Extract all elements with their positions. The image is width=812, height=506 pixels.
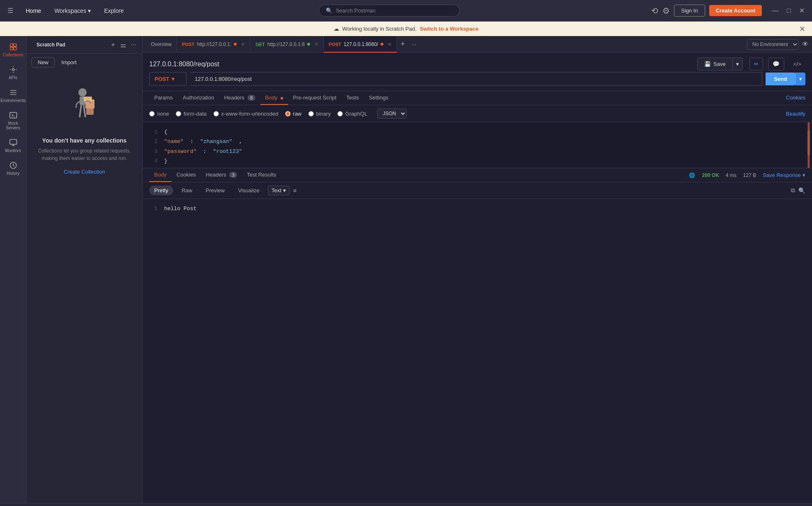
explore-nav[interactable]: Explore: [101, 6, 127, 16]
response-area: Body Cookies Headers 3 Test Results 🌐 20…: [143, 168, 812, 218]
tab2-dot: [307, 43, 310, 46]
maximize-button[interactable]: □: [784, 6, 793, 15]
sidebar-item-monitors[interactable]: Monitors: [2, 135, 25, 156]
globe-icon: 🌐: [689, 172, 695, 178]
add-collection-button[interactable]: +: [110, 40, 116, 49]
params-tab[interactable]: Params: [149, 91, 178, 105]
new-button[interactable]: New: [32, 57, 55, 68]
response-headers-tab[interactable]: Headers 3: [201, 168, 242, 182]
create-collection-link[interactable]: Create Collection: [64, 169, 105, 175]
search-bar[interactable]: 🔍 Search Postman: [319, 5, 460, 17]
environment-select[interactable]: No Environment: [747, 39, 799, 50]
sidebar-item-history[interactable]: History: [2, 158, 25, 179]
hamburger-button[interactable]: ☰: [5, 5, 16, 16]
save-response-button[interactable]: Save Response ▾: [763, 172, 805, 178]
wrap-button[interactable]: ≡: [293, 187, 296, 194]
notification-banner: ☁ Working locally in Scratch Pad. Switch…: [0, 22, 812, 36]
urlencoded-option[interactable]: x-www-form-urlencoded: [213, 111, 279, 117]
response-headers-count: 3: [229, 172, 237, 178]
filter-button[interactable]: ⚌: [119, 40, 127, 50]
raw-option[interactable]: raw: [285, 111, 302, 117]
cookies-link[interactable]: Cookies: [786, 91, 805, 105]
tab1-close[interactable]: ✕: [241, 41, 245, 47]
workspaces-nav[interactable]: Workspaces ▾: [51, 6, 94, 16]
url-input[interactable]: [190, 72, 762, 86]
code-line-3: 3 "password" : "root123": [149, 147, 805, 156]
collections-panel: Scratch Pad + ⚌ ··· New Import: [27, 36, 143, 503]
settings-tab[interactable]: Settings: [364, 91, 393, 105]
tab-post-1[interactable]: POST http://127.0.0.1: ✕: [177, 36, 250, 53]
save-dropdown-button[interactable]: ▾: [733, 58, 743, 70]
home-nav[interactable]: Home: [22, 6, 44, 16]
panel-more-button[interactable]: ···: [130, 40, 137, 49]
sign-in-button[interactable]: Sign In: [674, 5, 705, 17]
banner-close-button[interactable]: ✕: [799, 24, 805, 34]
save-button[interactable]: 💾 Save: [697, 58, 733, 70]
response-body-tab[interactable]: Body: [149, 168, 172, 182]
status-time: 4 ms: [726, 172, 737, 178]
bottom-bar: 🔍 Find and Replace ▶ Console Runner 上海·远…: [0, 503, 812, 506]
beautify-button[interactable]: Beautify: [786, 111, 805, 117]
tests-tab[interactable]: Tests: [342, 91, 364, 105]
create-account-button[interactable]: Create Account: [709, 5, 762, 16]
sidebar-item-environments[interactable]: Environments: [2, 85, 25, 106]
tab1-url: http://127.0.0.1:: [197, 41, 231, 47]
method-arrow: ▾: [172, 76, 175, 82]
authorization-tab[interactable]: Authorization: [178, 91, 219, 105]
response-text: hello Post: [164, 204, 196, 213]
tab-get-1[interactable]: GET http://127.0.0.1:8 ✕: [250, 36, 324, 53]
add-tab-button[interactable]: +: [397, 40, 408, 48]
comment-button[interactable]: 💬: [768, 58, 784, 70]
form-data-option[interactable]: form-data: [176, 111, 207, 117]
sidebar-item-collections[interactable]: Collections: [2, 39, 25, 61]
tab2-close[interactable]: ✕: [314, 41, 318, 47]
environment-icon-button[interactable]: 👁: [802, 41, 809, 48]
tab2-method: GET: [255, 42, 265, 47]
binary-option[interactable]: binary: [308, 111, 331, 117]
code-button[interactable]: </>: [789, 58, 805, 70]
send-button-group: Send ▾: [766, 73, 805, 85]
pretty-button[interactable]: Pretty: [149, 186, 173, 195]
minimize-button[interactable]: —: [769, 6, 781, 15]
headers-tab[interactable]: Headers 8: [219, 91, 260, 105]
search-response-button[interactable]: 🔍: [798, 187, 805, 194]
banner-text: Working locally in Scratch Pad.: [342, 26, 417, 32]
svg-rect-12: [86, 109, 94, 115]
visualize-button[interactable]: Visualize: [233, 186, 264, 195]
text-format-select[interactable]: Text ▾: [268, 186, 290, 195]
graphql-option[interactable]: GraphQL: [337, 111, 367, 117]
monitors-icon: [9, 138, 17, 147]
close-button[interactable]: ✕: [797, 6, 807, 15]
tab-overview[interactable]: Overview: [146, 36, 177, 53]
method-select[interactable]: POST ▾: [149, 72, 187, 86]
tab1-method: POST: [182, 42, 194, 47]
svg-rect-6: [10, 140, 17, 145]
json-format-group: JSON: [374, 109, 407, 119]
sidebar-item-apis[interactable]: APIs: [2, 62, 25, 83]
copy-response-button[interactable]: ⧉: [791, 187, 795, 194]
body-tab[interactable]: Body: [260, 91, 288, 105]
json-format-select[interactable]: JSON: [377, 109, 407, 119]
response-test-results-tab[interactable]: Test Results: [242, 168, 281, 182]
pre-request-tab[interactable]: Pre-request Script: [288, 91, 342, 105]
tab3-close[interactable]: ✕: [388, 41, 392, 47]
sidebar-item-mock-servers[interactable]: Mock Servers: [2, 108, 25, 133]
tab3-dot: [381, 43, 383, 46]
banner-link[interactable]: Switch to a Workspace: [420, 26, 478, 32]
preview-button[interactable]: Preview: [201, 186, 230, 195]
response-status: 🌐 200 OK 4 ms 127 B Save Response ▾: [689, 172, 805, 178]
none-option[interactable]: none: [149, 111, 169, 117]
code-editor[interactable]: 1 { 2 "name" : "zhangsan" , 3 "password"…: [143, 122, 812, 168]
icon-sidebar: Collections APIs Environments Mock Serve…: [0, 36, 27, 503]
tab-more-button[interactable]: ···: [408, 41, 420, 48]
import-button[interactable]: Import: [58, 57, 80, 68]
raw-button[interactable]: Raw: [177, 186, 197, 195]
send-dropdown-button[interactable]: ▾: [795, 73, 805, 85]
response-tabs: Body Cookies Headers 3 Test Results 🌐 20…: [143, 168, 812, 182]
request-url-bar: 127.0.0.1:8080/req/post 💾 Save ▾ ✏ 💬 </>: [149, 58, 805, 70]
tab-post-2[interactable]: POST 127.0.0.1:8080/ ✕: [324, 36, 397, 53]
edit-button[interactable]: ✏: [749, 58, 763, 70]
response-cookies-tab[interactable]: Cookies: [172, 168, 201, 182]
svg-point-4: [12, 69, 14, 71]
send-button[interactable]: Send: [766, 73, 795, 85]
